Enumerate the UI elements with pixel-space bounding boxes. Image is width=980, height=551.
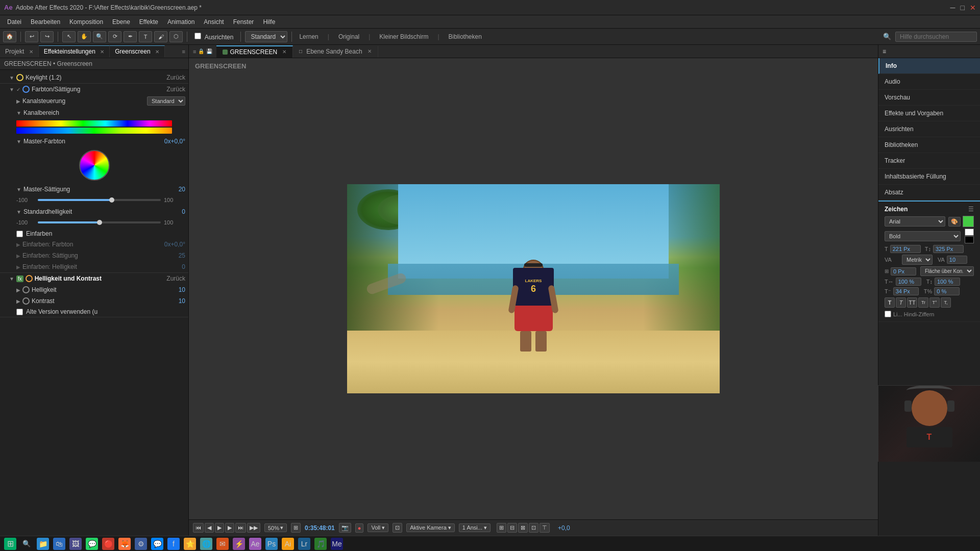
maximize-button[interactable]: □ [961,4,965,12]
home-button[interactable]: 🏠 [3,31,16,42]
hindi-checkbox[interactable] [885,311,891,317]
kanalsteuerung-select[interactable]: Standard [147,96,185,106]
btn-t2[interactable]: T [896,297,906,308]
master-farbton-row[interactable]: ▼ Master-Farbton 0x+0,0° [0,136,188,147]
close-comp-icon[interactable]: ✕ [282,49,286,55]
kontrast-val-row[interactable]: ▶ Kontrast 10 [0,295,188,307]
stroke-color-black[interactable] [965,236,974,243]
btn-tr[interactable]: Tr [918,297,928,308]
keylight-row[interactable]: ▼ Keylight (1.2) Zurück [0,72,188,83]
taskbar-ae[interactable]: Ae [249,538,261,550]
views-select[interactable]: 1 Ansi... ▾ [459,523,491,532]
view-btn-3[interactable]: ⊠ [518,523,528,533]
alte-version-checkbox[interactable] [16,309,23,315]
rp-vorschau[interactable]: Vorschau [878,90,980,106]
helligkeit-val-row[interactable]: ▶ Helligkeit 10 [0,284,188,295]
vscale-input[interactable] [935,278,960,286]
hand-tool[interactable]: ✋ [78,31,91,42]
view-btn-2[interactable]: ⊟ [507,523,517,533]
taskbar-ps[interactable]: Ps [265,538,278,550]
menu-ansicht[interactable]: Ansicht [200,17,228,27]
padding-input[interactable] [891,267,916,276]
close-effekt-icon[interactable]: ✕ [100,49,104,55]
einfarben-farbton-row[interactable]: ▶ Einfarben: Farbton 0x+0,0° [0,239,188,250]
stroke-color-white[interactable] [965,229,974,236]
start-button[interactable]: ⊞ [4,538,16,550]
taskbar-mail[interactable]: ✉ [216,538,229,550]
btn-tt[interactable]: TT [907,297,917,308]
kanalsteuerung-row[interactable]: ▶ Kanalsteuerung Standard [0,95,188,107]
comp-lock-icon[interactable]: 🔒 [198,48,204,54]
btn-next-frame[interactable]: ▶ [225,523,234,533]
fill-color[interactable] [963,216,974,227]
taskbar-explorer[interactable]: 📁 [37,538,49,550]
btn-prev-frame[interactable]: ◀ [205,523,214,533]
taskbar-app6[interactable]: Me [331,538,343,550]
einfarben-saett-row[interactable]: ▶ Einfarben: Sättigung 25 [0,250,188,261]
view-btn-1[interactable]: ⊞ [497,523,506,533]
view-btn-5[interactable]: ⊤ [540,523,550,533]
color-btn[interactable]: ● [355,523,364,533]
tab-greenscreen[interactable]: Greenscreen ✕ [110,45,165,57]
hscale-input[interactable] [896,278,921,286]
rp-audio[interactable]: Audio [878,74,980,90]
rp-absatz[interactable]: Absatz [878,185,980,201]
shape-tool[interactable]: ⬡ [169,31,183,42]
zoom-control[interactable]: 50% ▾ [264,523,287,532]
tscale-input[interactable] [934,287,960,295]
saettigung-slider[interactable] [38,199,161,201]
rp-inhaltsbasiert[interactable]: Inhaltsbasierte Füllung [878,169,980,185]
comp-expand-icon[interactable]: ≡ [193,48,196,55]
kleiner-bildschirm-label[interactable]: Kleiner Bildschirm [376,33,431,40]
taskbar-messenger[interactable]: 💬 [151,538,163,550]
taskbar-lr[interactable]: Lr [298,538,310,550]
titlebar-controls[interactable]: ─ □ ✕ [950,4,976,12]
menu-komposition[interactable]: Komposition [65,17,107,27]
weight-select[interactable]: Bold Regular [885,231,961,241]
original-label[interactable]: Original [335,33,362,40]
einfarben-hell-row[interactable]: ▶ Einfarben: Helligkeit 0 [0,261,188,272]
panel-menu-icon[interactable]: ≡ [182,48,188,55]
close-ebene-icon[interactable]: ✕ [368,48,372,54]
zoom-tool[interactable]: 🔍 [93,31,106,42]
menu-bearbeiten[interactable]: Bearbeiten [27,17,64,27]
taskbar-whatsapp[interactable]: 💬 [86,538,98,550]
taskbar-app1[interactable]: 🔴 [102,538,114,550]
close-projekt-icon[interactable]: ✕ [29,49,33,55]
einfarben-checkbox[interactable] [16,231,23,237]
tab-greenscreen-comp[interactable]: GREENSCREEN ✕ [216,45,293,58]
metric-select[interactable]: Metrik [902,255,933,265]
text-tool[interactable]: T [139,31,152,42]
tab-projekt[interactable]: Projekt ✕ [0,46,39,57]
resolution-btn[interactable]: ⊞ [291,523,301,533]
color-wheel[interactable] [79,150,110,181]
workspace-select[interactable]: Standard Lernen Original [245,31,287,42]
master-saettigung-row[interactable]: ▼ Master-Sättigung 20 [0,184,188,195]
pen-tool[interactable]: ✒ [124,31,137,42]
redo-button[interactable]: ↪ [40,31,54,42]
scale-input[interactable] [933,245,964,253]
quality-select[interactable]: Voll ▾ [368,523,388,532]
font-picker-btn[interactable]: 🎨 [948,217,961,227]
menu-animation[interactable]: Animation [163,17,199,27]
menu-effekte[interactable]: Effekte [135,17,162,27]
minimize-button[interactable]: ─ [950,4,955,12]
zeichen-menu-icon[interactable]: ☰ [968,206,974,213]
btn-end[interactable]: ⏭ [235,523,246,533]
snapshot-btn[interactable]: 📷 [339,523,351,533]
taskbar-facebook[interactable]: f [167,538,180,550]
draft-btn[interactable]: ⊡ [393,523,402,533]
baseline-input[interactable] [893,287,919,295]
taskbar-app3[interactable]: ⭐ [184,538,196,550]
bibliotheken-label[interactable]: Bibliotheken [446,33,485,40]
taskbar-firefox[interactable]: 🦊 [118,538,131,550]
brush-tool[interactable]: 🖌 [154,31,167,42]
rp-bibliotheken[interactable]: Bibliotheken [878,137,980,153]
camera-select[interactable]: Aktive Kamera ▾ [406,523,455,532]
standardhelligkeit-row[interactable]: ▼ Standardhelligkeit 0 [0,206,188,217]
select-tool[interactable]: ↖ [62,31,76,42]
rp-info[interactable]: Info [878,58,980,74]
view-btn-4[interactable]: ⊡ [529,523,538,533]
taskbar-browser[interactable]: 🌐 [200,538,212,550]
btn-play[interactable]: ▶ [215,523,224,533]
